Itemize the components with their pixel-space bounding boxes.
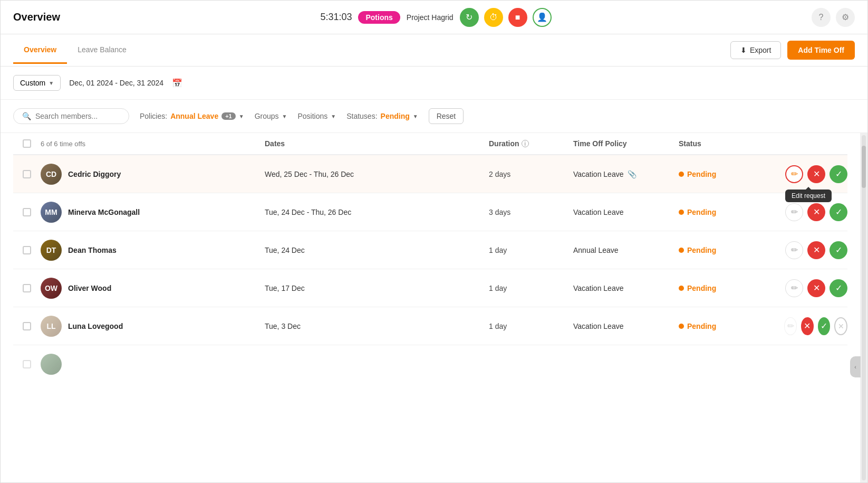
table-row: CD Cedric Diggory Wed, 25 Dec - Thu, 26 … bbox=[13, 155, 847, 193]
approve-button-cedric[interactable]: ✓ bbox=[830, 165, 847, 183]
user-icon[interactable]: 👤 bbox=[533, 8, 552, 27]
deny-button-dean[interactable]: ✕ bbox=[807, 241, 825, 259]
reset-button[interactable]: Reset bbox=[429, 108, 464, 124]
policy-oliver: Vacation Leave bbox=[573, 284, 679, 292]
member-cell-partial bbox=[41, 354, 265, 375]
deny-button-minerva[interactable]: ✕ bbox=[807, 203, 825, 221]
help-icon[interactable]: ? bbox=[812, 8, 831, 27]
member-name-dean: Dean Thomas bbox=[68, 246, 117, 254]
row-checkbox-oliver[interactable] bbox=[23, 284, 31, 292]
deny-button-oliver[interactable]: ✕ bbox=[807, 279, 825, 297]
table-row-partial bbox=[13, 345, 847, 383]
actions-oliver: ✏ ✕ ✓ bbox=[784, 279, 847, 297]
custom-dropdown[interactable]: Custom ▼ bbox=[13, 75, 61, 91]
dates-dean: Tue, 24 Dec bbox=[265, 246, 489, 254]
avatar-partial bbox=[41, 354, 62, 375]
duration-dean: 1 day bbox=[489, 246, 573, 254]
approve-button-luna[interactable]: ✓ bbox=[818, 317, 831, 335]
member-name-minerva: Minerva McGonagall bbox=[68, 208, 140, 216]
status-oliver: Pending bbox=[679, 284, 784, 292]
policy-luna: Vacation Leave bbox=[573, 322, 679, 330]
sync-icon[interactable]: ↻ bbox=[460, 8, 479, 27]
main-content: 6 of 6 time offs Dates Duration i Time O… bbox=[1, 133, 867, 482]
groups-filter[interactable]: Groups ▼ bbox=[255, 112, 287, 120]
member-cell-minerva: MM Minerva McGonagall bbox=[41, 202, 265, 223]
actions-dean: ✏ ✕ ✓ bbox=[784, 241, 847, 259]
avatar-cedric: CD bbox=[41, 164, 62, 185]
avatar-oliver: OW bbox=[41, 278, 62, 299]
status-minerva: Pending bbox=[679, 208, 784, 216]
positions-filter[interactable]: Positions ▼ bbox=[297, 112, 336, 120]
policies-filter[interactable]: Policies: Annual Leave +1 ▼ bbox=[140, 112, 244, 120]
approve-button-minerva[interactable]: ✓ bbox=[830, 203, 847, 221]
timer-icon[interactable]: ⏱ bbox=[484, 8, 503, 27]
approve-button-dean[interactable]: ✓ bbox=[830, 241, 847, 259]
edit-button-oliver[interactable]: ✏ bbox=[785, 279, 803, 297]
search-input[interactable] bbox=[35, 112, 120, 120]
deny-button-luna[interactable]: ✕ bbox=[801, 317, 814, 335]
tab-leave-balance[interactable]: Leave Balance bbox=[67, 37, 137, 64]
statuses-value: Pending bbox=[381, 112, 410, 120]
dates-minerva: Tue, 24 Dec - Thu, 26 Dec bbox=[265, 208, 489, 216]
edit-button-dean[interactable]: ✏ bbox=[785, 241, 803, 259]
statuses-label: Statuses: bbox=[346, 112, 377, 120]
duration-info-icon: i bbox=[522, 140, 529, 147]
filters-bar: Custom ▼ Dec, 01 2024 - Dec, 31 2024 📅 bbox=[1, 67, 867, 100]
policies-label: Policies: bbox=[140, 112, 167, 120]
member-name-luna: Luna Lovegood bbox=[68, 322, 123, 330]
policies-value: Annual Leave bbox=[170, 112, 218, 120]
calendar-icon[interactable]: 📅 bbox=[172, 78, 182, 88]
row-checkbox-cedric[interactable] bbox=[23, 170, 31, 178]
scrollbar[interactable] bbox=[860, 133, 867, 482]
edit-button-luna[interactable]: ✏ bbox=[784, 317, 797, 335]
scrollbar-handle[interactable] bbox=[862, 146, 866, 188]
row-checkbox-minerva[interactable] bbox=[23, 208, 31, 216]
status-cedric: Pending bbox=[679, 170, 784, 178]
policies-chevron-icon: ▼ bbox=[239, 113, 244, 119]
settings-icon[interactable]: ⚙ bbox=[836, 8, 855, 27]
status-header: Status bbox=[679, 139, 784, 148]
row-checkbox-partial[interactable] bbox=[23, 360, 31, 368]
deny-button-cedric[interactable]: ✕ bbox=[807, 165, 825, 183]
select-all-checkbox[interactable] bbox=[23, 139, 31, 148]
avatar-minerva: MM bbox=[41, 202, 62, 223]
active-project-label[interactable]: Project Hagrid bbox=[407, 13, 454, 22]
stop-icon[interactable]: ■ bbox=[508, 8, 527, 27]
duration-oliver: 1 day bbox=[489, 284, 573, 292]
dates-header: Dates bbox=[265, 139, 489, 148]
member-name-oliver: Oliver Wood bbox=[68, 284, 111, 292]
positions-chevron-icon: ▼ bbox=[331, 113, 336, 119]
actions-cedric: ✏ ✕ ✓ Edit request bbox=[784, 165, 847, 183]
time-off-table: 6 of 6 time offs Dates Duration i Time O… bbox=[1, 133, 860, 383]
attachment-icon-cedric[interactable]: 📎 bbox=[628, 170, 636, 178]
member-cell-dean: DT Dean Thomas bbox=[41, 240, 265, 261]
dates-cedric: Wed, 25 Dec - Thu, 26 Dec bbox=[265, 170, 489, 178]
content-area: 6 of 6 time offs Dates Duration i Time O… bbox=[1, 133, 860, 482]
search-icon: 🔍 bbox=[22, 112, 31, 120]
tab-overview[interactable]: Overview bbox=[13, 37, 67, 64]
statuses-chevron-icon: ▼ bbox=[413, 113, 418, 119]
actions-luna: ✏ ✕ ✓ ✕ bbox=[784, 317, 847, 335]
statuses-filter[interactable]: Statuses: Pending ▼ bbox=[346, 112, 418, 120]
edit-button-cedric[interactable]: ✏ bbox=[785, 165, 803, 183]
status-dot-cedric bbox=[679, 172, 684, 177]
secondary-action-button-luna[interactable]: ✕ bbox=[834, 317, 847, 335]
status-dot-minerva bbox=[679, 210, 684, 215]
scrollbar-track bbox=[862, 135, 866, 480]
add-time-off-button[interactable]: Add Time Off bbox=[787, 41, 855, 60]
groups-chevron-icon: ▼ bbox=[282, 113, 287, 119]
collapse-panel-handle[interactable]: ‹ bbox=[850, 356, 861, 377]
approve-button-oliver[interactable]: ✓ bbox=[830, 279, 847, 297]
export-button[interactable]: ⬇ Export bbox=[730, 41, 781, 59]
status-dot-dean bbox=[679, 248, 684, 253]
header-left: Overview bbox=[13, 11, 60, 23]
status-luna: Pending bbox=[679, 322, 784, 330]
avatar-luna: LL bbox=[41, 316, 62, 337]
row-checkbox-dean[interactable] bbox=[23, 246, 31, 254]
row-checkbox-luna[interactable] bbox=[23, 322, 31, 330]
count-header: 6 of 6 time offs bbox=[41, 140, 265, 148]
select-all-cell bbox=[13, 139, 41, 148]
edit-button-minerva[interactable]: ✏ bbox=[785, 203, 803, 221]
active-project-badge[interactable]: Potions bbox=[358, 11, 400, 24]
policy-cedric: Vacation Leave 📎 bbox=[573, 170, 679, 178]
